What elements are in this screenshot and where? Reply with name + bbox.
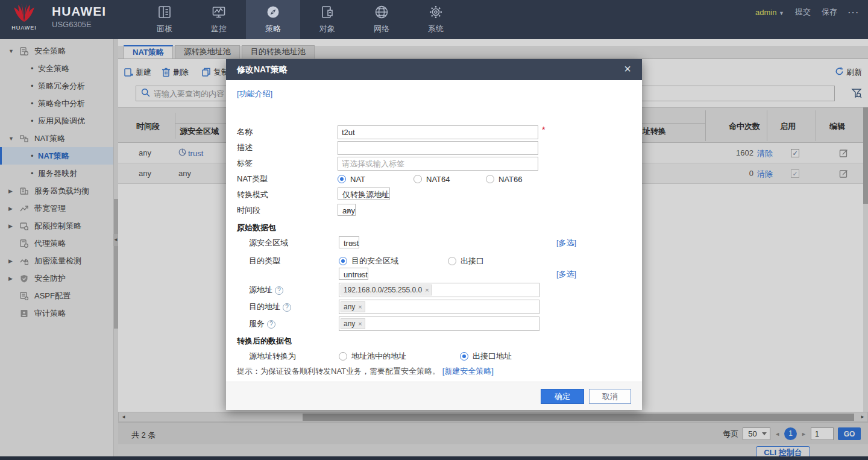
desc-label: 描述 [237,142,253,153]
nav-item-system[interactable]: 系统 [409,0,463,39]
nav-item-label: 面板 [157,24,172,34]
user-menu[interactable]: admin ▼ [755,8,784,17]
radio-icon[interactable] [339,352,347,361]
required-mark: * [542,125,545,134]
dst-type-label: 目的类型 [249,256,280,266]
nav-item-label: 系统 [428,24,444,34]
nav-item-monitor[interactable]: 监控 [192,0,246,39]
chevron-down-icon [350,242,354,245]
radio-out-interface[interactable]: 出接口 [448,256,484,266]
addr-chip: 192.168.0.0/255.255.0.0× [341,285,432,295]
nav-item-object[interactable]: 对象 [300,0,354,39]
src-zone-select[interactable]: trust [339,236,359,248]
monitor-icon [212,5,226,21]
radio-nat66[interactable]: NAT66 [486,175,523,184]
radio-nat[interactable]: NAT [338,175,365,184]
app-window: HUAWEI HUAWEI USG6305E 面板 监 [0,0,868,460]
object-icon [320,5,335,21]
chevron-down-icon [359,274,363,277]
section-original-packet: 原始数据包 [237,222,276,233]
feature-intro-link[interactable]: [功能介绍] [237,89,272,99]
more-menu-button[interactable]: ··· [848,8,860,17]
dst-zone-multi-link[interactable]: [多选] [556,269,576,280]
radio-dst-zone[interactable]: 目的安全区域 [339,256,398,266]
dst-addr-label: 目的地址? [249,301,291,312]
ok-button[interactable]: 确定 [541,389,584,404]
cancel-button[interactable]: 取消 [589,389,631,404]
dst-zone-select[interactable]: untrust [339,268,368,280]
dialog-footer: 确定 取消 [226,382,642,410]
radio-out-interface-addr[interactable]: 出接口地址 [460,351,512,362]
service-label: 服务? [249,318,275,329]
addr-chip: any× [341,301,365,312]
brand: HUAWEI HUAWEI USG6305E [7,2,106,31]
radio-icon[interactable] [338,175,346,183]
save-button[interactable]: 保存 [822,7,837,17]
nav-item-label: 监控 [211,24,227,34]
time-range-select[interactable]: any [338,204,356,216]
time-range-label: 时间段 [237,205,260,216]
section-translated-packet: 转换后的数据包 [237,336,292,347]
radio-icon[interactable] [414,175,422,183]
chevron-down-icon [380,194,385,197]
huawei-logo-icon: HUAWEI [7,2,41,31]
radio-nat64[interactable]: NAT64 [414,175,450,184]
brand-model: USG6305E [52,20,106,29]
remove-chip-icon[interactable]: × [358,303,362,310]
radio-icon[interactable] [486,175,494,183]
brand-name: HUAWEI [52,4,106,19]
tag-input[interactable] [338,157,538,171]
logo-word: HUAWEI [7,25,41,31]
network-globe-icon [374,5,389,21]
radio-icon[interactable] [339,257,347,265]
src-addr-field[interactable]: 192.168.0.0/255.255.0.0× [339,283,539,297]
submit-button[interactable]: 提交 [795,7,811,17]
policy-compass-icon [266,5,280,21]
system-gear-icon [429,5,443,21]
service-chip: any× [341,318,365,329]
name-input[interactable] [338,125,538,139]
radio-address-pool[interactable]: 地址池中的地址 [339,351,406,362]
help-icon[interactable]: ? [283,303,291,312]
name-label: 名称 [237,127,253,137]
main-nav: 面板 监控 策略 [137,0,463,39]
remove-chip-icon[interactable]: × [425,286,429,294]
nav-item-policy[interactable]: 策略 [246,0,300,39]
edit-nat-policy-dialog: 修改NAT策略 × [功能介绍] 名称 * 描述 标签 NAT类型 NAT NA… [226,59,642,410]
nav-item-network[interactable]: 网络 [354,0,409,39]
chevron-down-icon [346,210,351,213]
src-zone-multi-link[interactable]: [多选] [556,238,576,248]
nav-item-label: 对象 [319,24,335,34]
chevron-down-icon: ▼ [779,10,784,16]
remove-chip-icon[interactable]: × [358,320,362,327]
trans-mode-select[interactable]: 仅转换源地址 [338,187,390,200]
dashboard-icon [157,5,172,21]
nav-item-label: 策略 [265,24,281,34]
desc-input[interactable] [338,141,538,155]
src-addr-label: 源地址? [249,285,283,295]
src-zone-label: 源安全区域 [249,238,327,248]
radio-icon[interactable] [460,352,468,361]
service-field[interactable]: any× [339,317,539,331]
dialog-header: 修改NAT策略 × [226,59,642,80]
dst-addr-field[interactable]: any× [339,300,539,314]
trans-mode-label: 转换模式 [237,189,268,200]
dialog-tip: 提示：为保证设备顺利转发NAT业务，需要配置安全策略。 [新建安全策略] [237,366,494,377]
dialog-body: [功能介绍] 名称 * 描述 标签 NAT类型 NAT NAT64 NAT66 [226,80,642,382]
radio-icon[interactable] [448,257,456,265]
nav-item-dashboard[interactable]: 面板 [137,0,192,39]
nat-type-label: NAT类型 [237,174,268,184]
tag-label: 标签 [237,158,253,169]
src-trans-label: 源地址转换为 [249,351,296,362]
new-security-policy-link[interactable]: [新建安全策略] [442,367,494,376]
nav-item-label: 网络 [374,24,389,34]
help-icon[interactable]: ? [275,286,283,295]
top-nav-bar: HUAWEI HUAWEI USG6305E 面板 监 [0,0,868,39]
dialog-title: 修改NAT策略 [237,65,288,74]
help-icon[interactable]: ? [267,320,275,329]
close-icon[interactable]: × [620,59,635,80]
